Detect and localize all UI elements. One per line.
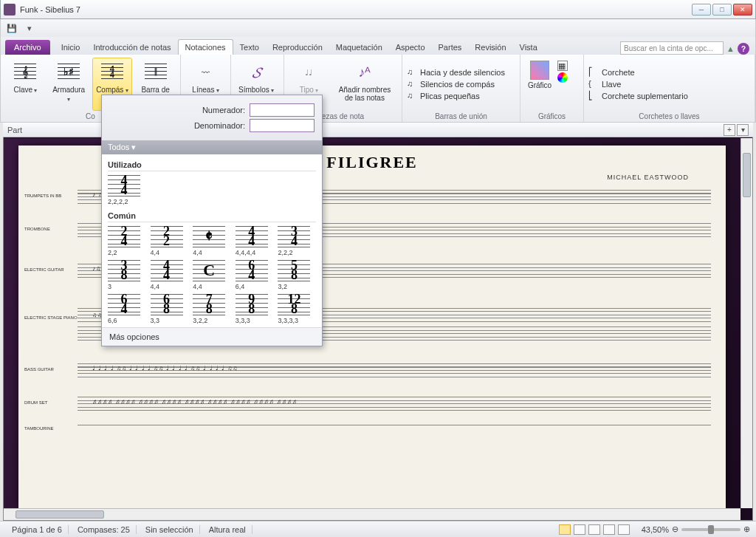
part-tab[interactable]: Part xyxy=(7,126,22,134)
graphic-sub2[interactable] xyxy=(557,72,568,83)
plicas-button[interactable]: ♫Plicas pequeñas xyxy=(407,91,505,101)
subbracket-icon: ⎣ xyxy=(588,91,599,101)
timesig-option[interactable]: C4,4 xyxy=(193,259,231,290)
tab-partes[interactable]: Partes xyxy=(432,40,469,55)
timesig-option[interactable]: 224,4 xyxy=(151,225,189,256)
timesig-option[interactable]: 1283,3,3,3 xyxy=(278,293,316,324)
notehead-icon: ♩♩ xyxy=(297,61,320,84)
app-icon xyxy=(4,4,16,16)
timesig-option[interactable]: 𝄵4,4 xyxy=(193,225,231,256)
collapse-ribbon-icon[interactable]: ▲ xyxy=(726,44,735,53)
mas-opciones-button[interactable]: Más opciones xyxy=(102,327,322,346)
vertical-scrollbar[interactable] xyxy=(740,138,752,508)
clave-button[interactable]: 𝄞Clave xyxy=(5,58,46,111)
zoom-in-button[interactable]: ⊕ xyxy=(743,524,750,534)
minimize-button[interactable]: ─ xyxy=(692,4,711,16)
add-part-button[interactable]: + xyxy=(724,124,735,136)
maximize-button[interactable]: □ xyxy=(712,4,732,16)
instrument-label: Tambourine xyxy=(24,426,54,431)
view-mode-4[interactable] xyxy=(603,524,615,535)
timesig-option[interactable]: 583,2 xyxy=(278,259,316,290)
timesig-option[interactable]: 783,2,2 xyxy=(193,293,231,324)
view-mode-5[interactable] xyxy=(618,524,630,535)
ribbon-search-input[interactable]: Buscar en la cinta de opc... xyxy=(620,41,724,55)
staff-line[interactable] xyxy=(78,425,711,428)
ribbon-tabs: Archivo Inicio Introducción de notas Not… xyxy=(0,37,756,55)
zoom-out-button[interactable]: ⊖ xyxy=(672,524,678,534)
status-compases[interactable]: Compases: 25 xyxy=(72,525,137,534)
add-notenames-icon: ♪ᴬ xyxy=(353,61,377,84)
rest-icon: ♫ xyxy=(407,79,417,89)
corchete-button[interactable]: ⎡Corchete xyxy=(588,67,688,78)
help-icon[interactable]: ? xyxy=(738,43,749,55)
instrument-label: Trumpets in Bb xyxy=(24,194,61,198)
beam-silencios-button[interactable]: ♫Hacia y desde silencios xyxy=(407,67,505,78)
instrument-label: Drum Set xyxy=(24,400,47,405)
armadura-button[interactable]: ♭♯Armadura xyxy=(49,58,89,111)
zoom-slider[interactable] xyxy=(681,528,740,531)
status-altura[interactable]: Altura real xyxy=(203,525,252,534)
anadir-nombres-button[interactable]: ♪ᴬAñadir nombres de las notas xyxy=(332,58,397,111)
corchete-sup-button[interactable]: ⎣Corchete suplementario xyxy=(588,91,688,101)
tab-introduccion[interactable]: Introducción de notas xyxy=(86,40,177,55)
filter-todos[interactable]: Todos ▾ xyxy=(102,140,322,154)
instrument-label: Bass Guitar xyxy=(24,367,54,372)
status-bar: Página 1 de 6 Compases: 25 Sin selección… xyxy=(0,521,756,537)
timesig-option[interactable]: 242,2 xyxy=(108,225,146,256)
graphic-sub1[interactable]: ▦ xyxy=(557,61,568,71)
timesig-option[interactable]: 444,4,4,4 xyxy=(236,225,274,256)
view-mode-1[interactable] xyxy=(559,524,571,535)
denominador-label: Denominador: xyxy=(194,121,245,130)
horizontal-scrollbar[interactable] xyxy=(4,508,740,520)
graphic-icon xyxy=(530,61,549,80)
bracket-icon: ⎡ xyxy=(588,67,599,78)
instrument-label: Trombone xyxy=(24,227,50,231)
stem-icon: ♫ xyxy=(407,91,417,101)
group-label-7: Corchetes o llaves xyxy=(588,111,750,120)
timesig-option[interactable]: 646,6 xyxy=(108,293,146,324)
tab-revision[interactable]: Revisión xyxy=(468,40,512,55)
llave-button[interactable]: {Llave xyxy=(588,79,688,89)
parts-menu-button[interactable]: ▾ xyxy=(737,124,749,136)
view-mode-3[interactable] xyxy=(588,524,600,535)
group-label-6: Gráficos xyxy=(525,111,579,120)
compas-dropdown: Numerador: Denominador: Todos ▾ Utilizad… xyxy=(101,95,323,346)
window-titlebar: Funk - Sibelius 7 ─ □ ✕ xyxy=(0,0,756,19)
close-button[interactable]: ✕ xyxy=(733,4,752,16)
timesig-option[interactable]: 342,2,2 xyxy=(278,225,316,256)
numerador-label: Numerador: xyxy=(202,106,245,114)
denominador-input[interactable] xyxy=(250,119,315,132)
tab-vista[interactable]: Vista xyxy=(513,40,544,55)
zoom-value[interactable]: 43,50% xyxy=(642,525,669,534)
pict-icon: ▦ xyxy=(557,61,568,71)
save-icon[interactable]: 💾 xyxy=(5,21,18,35)
view-mode-2[interactable] xyxy=(574,524,585,535)
numerador-input[interactable] xyxy=(250,103,315,117)
status-selection: Sin selección xyxy=(140,525,200,534)
grafico-button[interactable]: Gráfico xyxy=(525,58,554,111)
instrument-label: Electric Stage Piano xyxy=(24,315,78,320)
tab-maquetacion[interactable]: Maquetación xyxy=(329,40,389,55)
symbols-icon: 𝓢 xyxy=(244,61,268,84)
beam-icon: ♫ xyxy=(407,67,417,78)
tab-reproduccion[interactable]: Reproducción xyxy=(266,40,329,55)
group-label-5: Barras de unión xyxy=(407,111,515,120)
brace-icon: { xyxy=(588,79,599,89)
beam-rest-button[interactable]: ♫Silencios de compás xyxy=(407,79,505,89)
timesig-option[interactable]: 983,3,3 xyxy=(236,293,274,324)
qat-dropdown-icon[interactable]: ▾ xyxy=(23,21,36,35)
section-utilizado: Utilizado xyxy=(108,160,316,171)
lines-icon: 〰 xyxy=(194,61,218,84)
tab-aspecto[interactable]: Aspecto xyxy=(389,40,432,55)
status-page[interactable]: Página 1 de 6 xyxy=(6,525,69,534)
timesig-option[interactable]: 683,3 xyxy=(151,293,189,324)
timesig-option[interactable]: 646,4 xyxy=(236,259,274,290)
instrument-label: Electric Guitar xyxy=(24,267,64,272)
timesig-option[interactable]: 444,4 xyxy=(151,259,189,290)
tab-inicio[interactable]: Inicio xyxy=(55,40,87,55)
tab-texto[interactable]: Texto xyxy=(233,40,266,55)
timesig-option[interactable]: 442,2,2,2 xyxy=(108,174,146,205)
tab-notaciones[interactable]: Notaciones xyxy=(178,39,233,55)
file-tab[interactable]: Archivo xyxy=(5,40,50,55)
timesig-option[interactable]: 383 xyxy=(108,259,146,290)
